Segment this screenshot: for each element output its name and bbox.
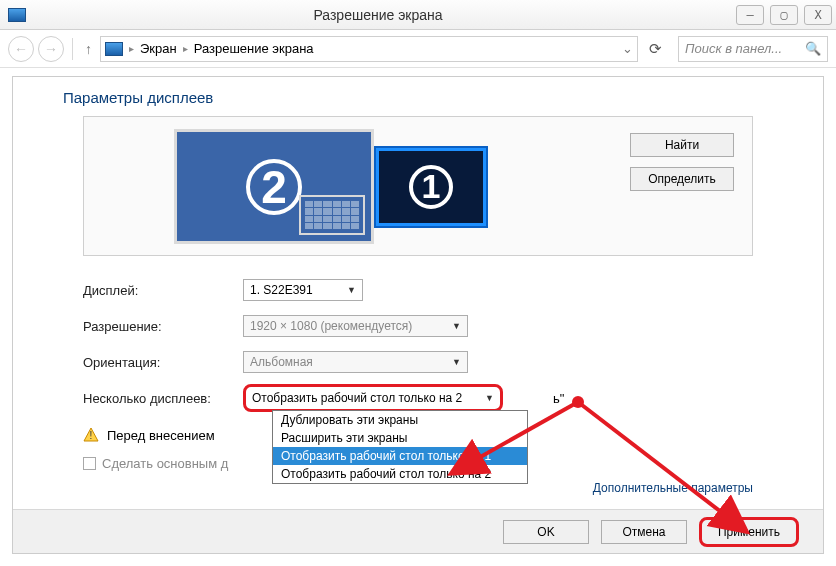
multi-display-label: Несколько дисплеев: xyxy=(83,391,233,406)
monitor-2[interactable]: 2 xyxy=(174,129,374,244)
svg-text:!: ! xyxy=(90,430,93,441)
truncated-text: ь" xyxy=(553,391,564,406)
monitor-2-number: 2 xyxy=(246,159,302,215)
chevron-down-icon: ▼ xyxy=(485,393,494,403)
title-bar: Разрешение экрана — ▢ X xyxy=(0,0,836,30)
close-button[interactable]: X xyxy=(804,5,832,25)
cancel-button[interactable]: Отмена xyxy=(601,520,687,544)
breadcrumb-item-screen[interactable]: Экран xyxy=(140,41,177,56)
display-preview: 2 1 Найти Определить xyxy=(83,116,753,256)
display-combo[interactable]: 1. S22E391 ▼ xyxy=(243,279,363,301)
app-icon xyxy=(8,8,26,22)
search-placeholder: Поиск в панел... xyxy=(685,41,782,56)
minimize-button[interactable]: — xyxy=(736,5,764,25)
dropdown-option-only2[interactable]: Отобразить рабочий стол только на 2 xyxy=(273,465,527,483)
settings-form: Дисплей: 1. S22E391 ▼ Разрешение: 1920 ×… xyxy=(13,272,823,476)
chevron-down-icon: ▼ xyxy=(452,321,461,331)
monitor-1[interactable]: 1 xyxy=(376,148,486,226)
apply-button[interactable]: Применить xyxy=(699,517,799,547)
nav-separator xyxy=(72,38,73,60)
make-primary-checkbox[interactable] xyxy=(83,457,96,470)
dialog-footer: OK Отмена Применить xyxy=(13,509,823,553)
search-input[interactable]: Поиск в панел... 🔍 xyxy=(678,36,828,62)
multi-display-combo[interactable]: Отобразить рабочий стол только на 2 ▼ xyxy=(243,384,503,412)
dropdown-option-duplicate[interactable]: Дублировать эти экраны xyxy=(273,411,527,429)
chevron-down-icon: ▼ xyxy=(347,285,356,295)
display-value: 1. S22E391 xyxy=(250,283,313,297)
up-button[interactable]: ↑ xyxy=(81,41,96,57)
warning-text: Перед внесением xyxy=(107,428,215,443)
content-panel: Параметры дисплеев 2 1 Найти Определить xyxy=(12,76,824,554)
window-title: Разрешение экрана xyxy=(26,7,730,23)
taskbar-icon xyxy=(299,195,365,235)
nav-bar: ← → ↑ ▸ Экран ▸ Разрешение экрана ⌄ ⟳ По… xyxy=(0,30,836,68)
search-icon: 🔍 xyxy=(805,41,821,56)
breadcrumb[interactable]: ▸ Экран ▸ Разрешение экрана ⌄ xyxy=(100,36,638,62)
orientation-value: Альбомная xyxy=(250,355,313,369)
resolution-value: 1920 × 1080 (рекомендуется) xyxy=(250,319,412,333)
breadcrumb-item-resolution[interactable]: Разрешение экрана xyxy=(194,41,314,56)
find-button[interactable]: Найти xyxy=(630,133,734,157)
breadcrumb-icon xyxy=(105,42,123,56)
orientation-combo[interactable]: Альбомная ▼ xyxy=(243,351,468,373)
multi-display-value: Отобразить рабочий стол только на 2 xyxy=(252,391,462,405)
resolution-combo[interactable]: 1920 × 1080 (рекомендуется) ▼ xyxy=(243,315,468,337)
warning-icon: ! xyxy=(83,427,99,443)
display-label: Дисплей: xyxy=(83,283,233,298)
page-title: Параметры дисплеев xyxy=(13,77,823,116)
maximize-button[interactable]: ▢ xyxy=(770,5,798,25)
chevron-down-icon[interactable]: ⌄ xyxy=(622,41,633,56)
dropdown-option-only1[interactable]: Отобразить рабочий стол только на 1 xyxy=(273,447,527,465)
identify-button[interactable]: Определить xyxy=(630,167,734,191)
dropdown-option-extend[interactable]: Расширить эти экраны xyxy=(273,429,527,447)
orientation-label: Ориентация: xyxy=(83,355,233,370)
advanced-settings-link[interactable]: Дополнительные параметры xyxy=(593,481,753,495)
forward-button[interactable]: → xyxy=(38,36,64,62)
multi-display-dropdown: Дублировать эти экраны Расширить эти экр… xyxy=(272,410,528,484)
chevron-right-icon: ▸ xyxy=(129,43,134,54)
ok-button[interactable]: OK xyxy=(503,520,589,544)
back-button[interactable]: ← xyxy=(8,36,34,62)
refresh-button[interactable]: ⟳ xyxy=(642,36,668,62)
monitor-1-number: 1 xyxy=(409,165,453,209)
chevron-down-icon: ▼ xyxy=(452,357,461,367)
resolution-label: Разрешение: xyxy=(83,319,233,334)
make-primary-label: Сделать основным д xyxy=(102,456,228,471)
chevron-right-icon: ▸ xyxy=(183,43,188,54)
